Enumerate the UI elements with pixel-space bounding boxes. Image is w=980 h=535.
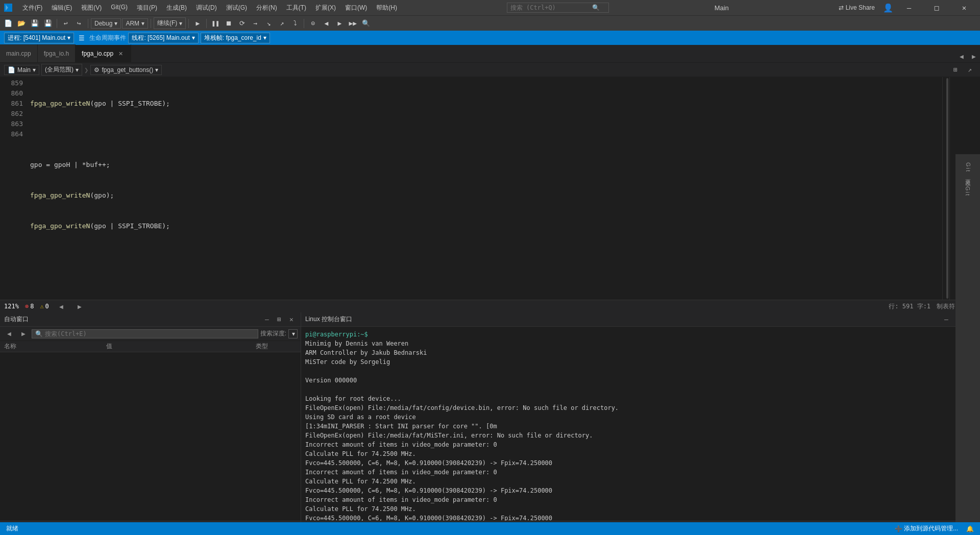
debug-config-dropdown[interactable]: Debug ▾ xyxy=(91,18,121,29)
depth-dropdown[interactable]: ▾ xyxy=(288,329,298,338)
thread-dropdown[interactable]: 线程: [5265] Main.out ▾ xyxy=(128,33,198,43)
menu-extensions[interactable]: 扩展(X) xyxy=(311,2,340,14)
terminal-line: MiSTer code by Sorgelig xyxy=(305,357,976,367)
debug-pause[interactable]: ❚❚ xyxy=(209,17,222,30)
sep1 xyxy=(57,19,57,28)
search-input[interactable] xyxy=(510,4,592,11)
tab-scroll-right[interactable]: ▶ xyxy=(968,50,980,62)
title-search-box[interactable]: 🔍 xyxy=(507,3,609,13)
stack-dropdown[interactable]: 堆栈帧: fpga_core_id ▾ xyxy=(201,33,270,43)
split-editor[interactable]: ⊞ xyxy=(949,64,962,76)
close-button[interactable]: ✕ xyxy=(952,0,976,15)
debug-step-into[interactable]: ↘ xyxy=(262,17,275,30)
status-ready[interactable]: 就绪 xyxy=(4,524,20,533)
tab-close-icon[interactable]: ✕ xyxy=(116,50,125,58)
tab-fpga-io-h[interactable]: fpga_io.h xyxy=(38,44,76,62)
debug-config-label: Debug xyxy=(94,20,112,27)
right-sidebar-tabs: Git 更改 Git xyxy=(955,312,980,522)
menu-tools[interactable]: 工具(T) xyxy=(282,2,310,14)
menu-view[interactable]: 视图(V) xyxy=(77,2,106,14)
debug-toggle-btn[interactable]: ▶ xyxy=(191,17,204,30)
platform-dropdown[interactable]: ARM ▾ xyxy=(122,18,148,29)
auto-nav-forward[interactable]: ▶ xyxy=(17,328,30,340)
debug-restart[interactable]: ⟳ xyxy=(236,17,248,30)
maximize-panel[interactable]: ↗ xyxy=(964,64,976,76)
code-editor[interactable]: 859 860 861 862 863 864 fpga_gpo_writeN(… xyxy=(0,77,980,300)
stack-label: 堆栈帧: fpga_core_id xyxy=(204,34,261,42)
tab-label: fpga_io.cpp xyxy=(82,50,113,57)
nav-forward[interactable]: ▶ xyxy=(333,17,346,30)
app-icon xyxy=(4,4,12,12)
notification-btn[interactable]: 🔔 xyxy=(964,525,976,532)
find-btn[interactable]: 🔍 xyxy=(360,17,372,30)
terminal-line: Incorrect amount of items in video_mode … xyxy=(305,440,976,449)
menu-git[interactable]: Git(G) xyxy=(107,2,132,14)
editor-scrollbar[interactable] xyxy=(942,77,949,300)
debug-step-over[interactable]: → xyxy=(249,17,261,30)
code-content[interactable]: fpga_gpo_writeN(gpo | SSPI_STROBE); gpo … xyxy=(28,77,942,300)
col-name-header: 名称 xyxy=(4,342,106,351)
menu-edit[interactable]: 编辑(E) xyxy=(47,2,76,14)
menu-debug[interactable]: 调试(D) xyxy=(192,2,221,14)
debug-stop[interactable]: ⏹ xyxy=(223,17,235,30)
menu-project[interactable]: 项目(P) xyxy=(133,2,161,14)
auto-search-box[interactable]: 🔍 xyxy=(32,329,258,338)
function-dropdown[interactable]: ⚙ fpga_get_buttons() ▾ xyxy=(90,65,162,75)
bell-icon: 🔔 xyxy=(966,525,974,532)
debug-step-out[interactable]: ↗ xyxy=(276,17,288,30)
live-share-button[interactable]: ⇄ Live Share xyxy=(835,3,879,12)
terminal-line: FileOpenEx(open) File:/media/fat/config/… xyxy=(305,403,976,412)
minimize-button[interactable]: — xyxy=(897,0,921,15)
nav-next[interactable]: ▶▶ xyxy=(347,17,359,30)
lifecycle-icon[interactable]: ☰ xyxy=(76,32,87,43)
full-scope-dropdown[interactable]: (全局范围) ▾ xyxy=(41,64,82,76)
line-info: 行: 591 字:1 xyxy=(889,302,930,311)
menu-window[interactable]: 窗口(W) xyxy=(341,2,371,14)
auto-panel-float[interactable]: ⊞ xyxy=(274,314,284,325)
menu-file[interactable]: 文件(F) xyxy=(18,2,46,14)
chevron-down-icon: ▾ xyxy=(192,34,195,41)
toolbar-undo[interactable]: ↩ xyxy=(60,17,72,30)
menu-help[interactable]: 帮助(H) xyxy=(372,2,401,14)
nav-back-btn[interactable]: ◀ xyxy=(55,300,67,312)
toolbar-redo[interactable]: ↪ xyxy=(73,17,85,30)
auto-panel-close[interactable]: ✕ xyxy=(286,314,297,325)
toolbar-save[interactable]: 💾 xyxy=(29,17,41,30)
terminal-line: Incorrect amount of items in video_mode … xyxy=(305,495,976,504)
error-value: 8 xyxy=(30,303,34,310)
toolbar-open[interactable]: 📂 xyxy=(15,17,28,30)
zoom-level[interactable]: 121% xyxy=(4,303,19,310)
auto-panel-minimize[interactable]: — xyxy=(262,314,272,325)
tab-main-cpp[interactable]: main.cpp xyxy=(0,44,38,62)
menu-test[interactable]: 测试(G) xyxy=(222,2,251,14)
toolbar-save-all[interactable]: 💾 xyxy=(42,17,54,30)
bottom-panels: 自动窗口 — ⊞ ✕ ◀ ▶ 🔍 搜索深度: ▾ xyxy=(0,312,980,535)
error-count[interactable]: ⊗ 8 xyxy=(25,303,34,310)
menu-build[interactable]: 生成(B) xyxy=(162,2,191,14)
debug-run-to-cursor[interactable]: ⤵ xyxy=(289,17,301,30)
terminal-line: Looking for root device... xyxy=(305,394,976,403)
nav-forward-btn[interactable]: ▶ xyxy=(74,300,86,312)
continue-dropdown[interactable]: 继续(F) ▾ xyxy=(154,17,186,29)
chevron-down-icon: ▾ xyxy=(263,34,266,41)
process-dropdown[interactable]: 进程: [5401] Main.out ▾ xyxy=(4,33,74,43)
terminal-minimize[interactable]: — xyxy=(941,314,951,325)
terminal-content[interactable]: pi@raspberrypi:~$ Minimig by Dennis van … xyxy=(301,327,980,521)
sep2 xyxy=(88,19,88,28)
warning-count[interactable]: ⚠ 0 xyxy=(40,303,48,310)
add-to-repo-btn[interactable]: ➕ 添加到源代码管理... xyxy=(893,524,960,533)
maximize-button[interactable]: □ xyxy=(925,0,948,15)
tab-scroll-left[interactable]: ◀ xyxy=(955,50,968,62)
breakpoints-btn[interactable]: ⊙ xyxy=(307,17,319,30)
menu-analyze[interactable]: 分析(N) xyxy=(252,2,281,14)
status-ready-label: 就绪 xyxy=(6,524,18,533)
lifecycle-label: 生命周期事件 xyxy=(89,34,126,42)
auto-search-input[interactable] xyxy=(45,330,255,337)
platform-label: ARM xyxy=(126,20,139,27)
toolbar-new[interactable]: 📄 xyxy=(2,17,14,30)
auto-nav-back[interactable]: ◀ xyxy=(3,328,15,340)
tab-fpga-io-cpp[interactable]: fpga_io.cpp ✕ xyxy=(76,44,131,62)
thread-label: 线程: [5265] Main.out xyxy=(132,34,189,42)
scope-dropdown[interactable]: 📄 Main ▾ xyxy=(4,65,39,75)
nav-back[interactable]: ◀ xyxy=(320,17,332,30)
